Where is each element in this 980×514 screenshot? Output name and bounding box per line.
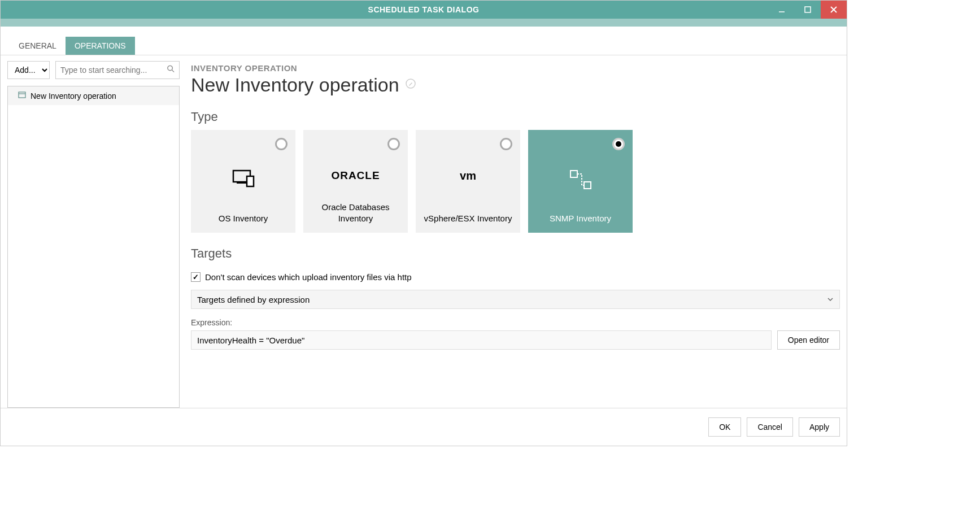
accent-bar [1,19,847,27]
expression-label: Expression: [191,318,840,327]
tab-general[interactable]: GENERAL [10,37,66,55]
type-card-label: Oracle Databases Inventory [303,202,408,224]
vmware-logo-icon: vm [460,169,476,182]
dialog-footer: OK Cancel Apply [1,408,847,446]
window-title: SCHEDULED TASK DIALOG [368,5,480,14]
maximize-button[interactable] [795,1,821,19]
oracle-logo-icon: ORACLE [331,169,380,182]
type-card-oracle-inventory[interactable]: ORACLE Oracle Databases Inventory [303,130,408,233]
page-title-text: New Inventory operation [191,74,399,96]
svg-rect-6 [19,92,25,98]
edit-icon[interactable] [405,78,416,92]
expression-input[interactable] [191,330,772,350]
svg-line-5 [172,70,174,72]
svg-rect-1 [805,7,811,12]
svg-rect-13 [584,182,591,189]
ok-button[interactable]: OK [708,417,741,437]
add-select[interactable]: Add... [7,61,50,79]
network-icon [569,169,592,192]
window-controls [769,1,847,19]
minimize-button[interactable] [769,1,795,19]
svg-rect-12 [570,171,577,177]
dropdown-value: Targets defined by expression [197,295,310,304]
svg-rect-10 [237,182,247,184]
chevron-down-icon [827,295,834,304]
left-toolbar: Add... [7,61,180,79]
dont-scan-row[interactable]: ✓ Don't scan devices which upload invent… [191,272,840,282]
search-wrap [55,61,180,79]
content-area: Add... New Inventory operation [1,61,847,408]
radio-icon [612,138,625,150]
inventory-icon [18,91,26,101]
checkbox-icon[interactable]: ✓ [191,272,201,282]
type-card-os-inventory[interactable]: OS Inventory [191,130,295,233]
type-card-label: vSphere/ESX Inventory [419,213,518,224]
tab-bar: GENERAL OPERATIONS [1,37,847,55]
list-item-label: New Inventory operation [31,92,116,101]
radio-icon [387,138,400,150]
apply-button[interactable]: Apply [799,417,840,437]
type-card-label: SNMP Inventory [544,213,617,224]
radio-icon [275,138,288,150]
search-input[interactable] [55,61,180,79]
dialog-window: SCHEDULED TASK DIALOG GENERAL OPERATIONS [0,0,847,446]
type-section-label: Type [191,110,840,124]
expression-row: Open editor [191,330,840,350]
right-column: INVENTORY OPERATION New Inventory operat… [191,61,840,408]
left-column: Add... New Inventory operation [7,61,180,408]
breadcrumb: INVENTORY OPERATION [191,63,840,73]
page-title: New Inventory operation [191,74,840,96]
dialog-body: GENERAL OPERATIONS Add... [1,27,847,446]
desktop-icon [232,169,255,190]
close-button[interactable] [821,1,847,19]
type-card-label: OS Inventory [213,213,274,224]
operations-list: New Inventory operation [7,86,180,408]
type-cards: OS Inventory ORACLE Oracle Databases Inv… [191,130,840,233]
dont-scan-label: Don't scan devices which upload inventor… [205,272,412,282]
cancel-button[interactable]: Cancel [747,417,793,437]
type-card-snmp-inventory[interactable]: SNMP Inventory [528,130,633,233]
targets-dropdown[interactable]: Targets defined by expression [191,290,840,309]
svg-rect-11 [247,176,254,186]
titlebar: SCHEDULED TASK DIALOG [1,1,847,19]
type-card-vsphere-inventory[interactable]: vm vSphere/ESX Inventory [416,130,520,233]
list-item[interactable]: New Inventory operation [8,86,179,105]
radio-icon [500,138,512,150]
search-icon [167,65,175,76]
open-editor-button[interactable]: Open editor [777,330,840,350]
svg-point-4 [168,66,172,70]
targets-section-label: Targets [191,246,840,261]
tab-operations[interactable]: OPERATIONS [66,37,135,55]
